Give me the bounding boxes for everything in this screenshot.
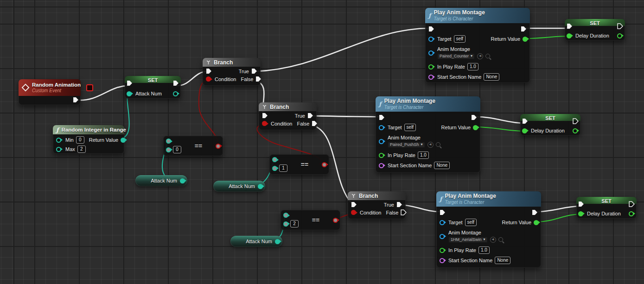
wire-branch1-true-to-montage1[interactable] — [255, 28, 430, 71]
return-value-pin[interactable] — [523, 37, 528, 42]
branch-node-2[interactable]: Branch True Condition False — [259, 102, 317, 130]
in-play-rate-input[interactable]: 1.0 — [478, 246, 490, 254]
false-exec-out-pin[interactable] — [401, 209, 407, 215]
exec-out-pin[interactable] — [521, 26, 527, 32]
delay-duration-in-pin[interactable] — [567, 33, 572, 38]
set-node-delay-duration-1[interactable]: SET Delay Duration — [565, 19, 625, 41]
anim-montage-pin[interactable] — [379, 139, 384, 144]
condition-pin[interactable] — [351, 210, 356, 215]
play-anim-montage-node-3[interactable]: ƒ Play Anim Montage Target is Character … — [436, 191, 541, 268]
equals-input-a-pin[interactable] — [272, 157, 277, 162]
equals-node-2[interactable]: 2 == — [281, 210, 340, 230]
in-play-rate-pin[interactable] — [428, 64, 434, 69]
exec-out-pin[interactable] — [173, 80, 179, 86]
delay-duration-in-pin[interactable] — [578, 211, 583, 216]
condition-pin[interactable] — [262, 121, 267, 126]
exec-in-pin[interactable] — [522, 118, 528, 124]
equals-result-pin[interactable] — [322, 162, 327, 167]
min-value-input[interactable]: 0 — [76, 136, 84, 144]
delay-duration-out-pin[interactable] — [617, 33, 622, 38]
getter-out-pin[interactable] — [180, 178, 185, 183]
getter-out-pin[interactable] — [275, 239, 280, 244]
use-selected-asset-icon[interactable]: ◄ — [477, 53, 483, 59]
target-pin[interactable] — [440, 220, 445, 225]
use-selected-asset-icon[interactable]: ◄ — [490, 237, 496, 243]
start-section-name-input[interactable]: None — [495, 257, 510, 264]
equals-b-value-input[interactable]: 1 — [279, 164, 287, 172]
exec-in-pin[interactable] — [578, 201, 584, 207]
play-anim-montage-node-2[interactable]: ƒ Play Anim Montage Target is Character … — [376, 96, 480, 173]
wire-branch2-true-to-montage2[interactable] — [312, 116, 381, 117]
browse-to-asset-icon[interactable] — [485, 54, 490, 58]
in-play-rate-input[interactable]: 1.0 — [418, 151, 429, 159]
target-value[interactable]: self — [404, 124, 416, 131]
target-pin[interactable] — [428, 37, 434, 42]
equals-input-b-pin[interactable] — [272, 166, 277, 171]
exec-in-pin[interactable] — [379, 114, 385, 120]
delay-duration-in-pin[interactable] — [522, 128, 527, 133]
in-play-rate-pin[interactable] — [440, 248, 445, 253]
wire-montage2-to-setdelay2[interactable] — [475, 117, 525, 123]
exec-in-pin[interactable] — [127, 80, 133, 86]
use-selected-asset-icon[interactable]: ◄ — [427, 142, 434, 148]
start-section-name-pin[interactable] — [379, 163, 384, 168]
start-section-name-pin[interactable] — [428, 75, 434, 80]
anim-montage-pin[interactable] — [440, 234, 445, 239]
event-node-random-animation[interactable]: Random Animation Custom Event — [19, 79, 81, 105]
target-pin[interactable] — [379, 125, 384, 130]
exec-in-pin[interactable] — [440, 209, 446, 215]
attack-num-in-pin[interactable] — [127, 91, 132, 96]
delay-duration-out-pin[interactable] — [629, 211, 634, 216]
getter-node-attack-num-2[interactable]: Attack Num — [213, 181, 265, 192]
wire-returnvalue3-to-delayduration3[interactable] — [536, 214, 581, 222]
start-section-name-pin[interactable] — [440, 258, 445, 263]
equals-input-b-pin[interactable] — [283, 221, 288, 227]
equals-b-value-input[interactable]: 0 — [173, 146, 181, 153]
set-node-delay-duration-3[interactable]: SET Delay Duration — [576, 197, 637, 219]
equals-b-value-input[interactable]: 2 — [290, 220, 299, 227]
function-node-random-integer-in-range[interactable]: ƒ Random Integer in Range Min 0 Return V… — [53, 125, 124, 154]
equals-input-a-pin[interactable] — [166, 139, 171, 144]
getter-out-pin[interactable] — [258, 184, 263, 189]
anim-montage-dropdown[interactable]: Paired_Counter ▾ — [437, 53, 475, 59]
equals-node-1[interactable]: 1 == — [269, 154, 329, 175]
equals-input-b-pin[interactable] — [166, 147, 171, 152]
true-exec-out-pin[interactable] — [396, 202, 402, 208]
return-value-pin[interactable] — [121, 138, 126, 143]
exec-out-pin[interactable] — [617, 23, 623, 29]
anim-montage-dropdown[interactable]: 1HM_AerialSwin ▾ — [448, 236, 488, 243]
in-play-rate-input[interactable]: 1.0 — [467, 63, 478, 70]
blueprint-graph-canvas[interactable]: { "icons": { "function_glyph": "ƒ", "dro… — [0, 0, 644, 284]
max-value-input[interactable]: 2 — [77, 145, 86, 153]
exec-out-pin[interactable] — [573, 118, 579, 124]
wire-event-to-set[interactable] — [77, 86, 128, 100]
exec-out-pin[interactable] — [629, 201, 635, 207]
exec-in-pin[interactable] — [206, 68, 212, 74]
wire-returnvalue1-to-delayduration1[interactable] — [525, 36, 570, 38]
attack-num-out-pin[interactable] — [173, 91, 178, 96]
start-section-name-input[interactable]: None — [434, 162, 450, 169]
exec-in-pin[interactable] — [351, 202, 357, 208]
equals-result-pin[interactable] — [333, 218, 338, 223]
event-override-icon[interactable] — [86, 84, 93, 91]
anim-montage-dropdown[interactable]: Paired_PushSh ▾ — [388, 141, 425, 148]
exec-out-pin[interactable] — [471, 114, 477, 120]
equals-input-a-pin[interactable] — [283, 213, 288, 218]
branch-node-3[interactable]: Branch True Condition False — [348, 191, 406, 219]
target-value[interactable]: self — [465, 219, 477, 226]
return-value-pin[interactable] — [473, 125, 478, 130]
equals-node-0[interactable]: 0 == — [163, 136, 223, 156]
play-anim-montage-node-1[interactable]: ƒ Play Anim Montage Target is Character … — [425, 8, 530, 83]
equals-result-pin[interactable] — [216, 144, 221, 149]
wire-returnvalue2-to-delayduration2[interactable] — [475, 127, 525, 131]
branch-node-1[interactable]: Branch True Condition False — [203, 58, 261, 86]
wire-montage3-to-setdelay3[interactable] — [536, 206, 581, 212]
exec-out-pin[interactable] — [73, 97, 79, 103]
anim-montage-pin[interactable] — [428, 50, 434, 56]
condition-pin[interactable] — [206, 76, 211, 82]
browse-to-asset-icon[interactable] — [436, 142, 440, 147]
set-node-delay-duration-2[interactable]: SET Delay Duration — [520, 114, 580, 136]
false-exec-out-pin[interactable] — [312, 120, 318, 126]
browse-to-asset-icon[interactable] — [498, 237, 503, 242]
return-value-pin[interactable] — [534, 220, 539, 225]
